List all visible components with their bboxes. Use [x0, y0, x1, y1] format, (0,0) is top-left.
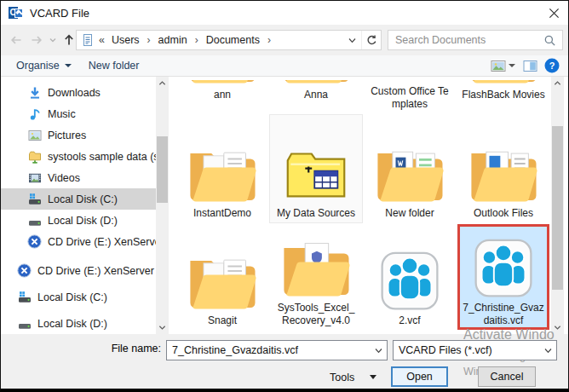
command-toolbar: Organise New folder ?: [1, 55, 568, 77]
file-label: 7_Christine_Gvazdaitis.vcf: [462, 302, 545, 327]
scroll-up-icon[interactable]: [156, 77, 169, 89]
file-tile-my-data-sources[interactable]: My Data Sources: [270, 115, 362, 222]
scrollbar-thumb[interactable]: [157, 136, 168, 203]
picture-icon: [27, 128, 42, 142]
file-label: FlashBack Movies: [462, 89, 544, 101]
folder-cert-icon: [279, 232, 353, 300]
close-icon: [549, 8, 560, 19]
preview-pane-button[interactable]: [520, 57, 539, 74]
drive-win-icon: [27, 192, 42, 206]
breadcrumb-separator-icon: ›: [262, 34, 277, 46]
file-tile-custom-office-templates[interactable]: Custom Office Templates: [364, 78, 456, 113]
new-folder-label: New folder: [89, 60, 140, 72]
sidebar-scrollbar[interactable]: [156, 77, 169, 334]
file-list-scrollbar[interactable]: [551, 77, 564, 334]
up-icon: [62, 33, 76, 47]
sidebar-item-music[interactable]: Music: [1, 103, 156, 124]
address-dropdown-button[interactable]: [342, 31, 361, 49]
open-button[interactable]: Open: [391, 366, 448, 387]
views-icon: [491, 60, 506, 72]
scroll-up-icon[interactable]: [551, 77, 564, 89]
file-tile-snagit[interactable]: Snagit: [176, 224, 268, 330]
sidebar-item-downloads[interactable]: Downloads: [1, 82, 156, 103]
folder-blue-icon: [466, 80, 541, 87]
chevron-down-icon: [49, 36, 57, 44]
file-tile-ann[interactable]: ann: [176, 78, 268, 113]
file-name-label: File name:: [101, 343, 161, 355]
sidebar-item-label: Downloads: [48, 87, 101, 99]
scroll-down-icon[interactable]: [156, 321, 169, 334]
sidebar-item-cd-drive-e-xenserver-t[interactable]: CD Drive (E:) XenServer T: [1, 231, 156, 252]
folder-plain-icon: [185, 137, 260, 205]
close-button[interactable]: [539, 2, 568, 24]
recent-locations-button[interactable]: [47, 30, 59, 50]
vcard-file-dialog: O VCARD File «Users›admin›Documents› Sea…: [0, 0, 569, 392]
file-label: My Data Sources: [277, 207, 355, 220]
folder-plain-icon: [185, 80, 260, 87]
breadcrumb-separator-icon: ›: [141, 34, 157, 46]
cancel-button[interactable]: Cancel: [478, 366, 536, 387]
file-name-input[interactable]: 7_Christine_Gvazdaitis.vcf: [166, 340, 388, 360]
refresh-icon: [365, 34, 378, 47]
folder-blue-icon: [466, 137, 541, 205]
sidebar-item-label: Videos: [48, 172, 80, 184]
chevron-down-icon: [509, 64, 515, 67]
breadcrumb-separator-icon: ›: [189, 34, 204, 46]
sidebar-item-local-disk-c[interactable]: Local Disk (C:): [1, 284, 156, 310]
search-placeholder: Search Documents: [388, 34, 543, 46]
file-tile-2-vcf[interactable]: 2.vcf: [364, 224, 456, 330]
organise-button[interactable]: Organise: [8, 55, 80, 76]
chevron-down-icon[interactable]: [539, 346, 556, 355]
search-box[interactable]: Search Documents: [388, 30, 563, 50]
help-button[interactable]: ?: [543, 57, 561, 74]
file-tile-7-christine-gvazdaitis-vcf[interactable]: 7_Christine_Gvazdaitis.vcf: [457, 224, 549, 330]
forward-button[interactable]: [26, 30, 47, 50]
folder-classic-icon: [280, 137, 352, 205]
file-type-value: VCARD Files (*.vcf): [394, 344, 539, 356]
sidebar-item-systools-sample-data-se[interactable]: systools sample data (se: [1, 146, 156, 167]
file-label: Anna: [304, 89, 328, 101]
title-bar: O VCARD File: [1, 1, 568, 25]
cd-icon: [27, 234, 42, 249]
scrollbar-thumb[interactable]: [552, 126, 563, 290]
back-button[interactable]: [6, 30, 26, 50]
search-icon: [543, 34, 556, 47]
sidebar-item-local-disk-d[interactable]: Local Disk (D:): [1, 310, 156, 334]
breadcrumb-segment[interactable]: admin: [157, 34, 189, 46]
folder-plain-icon: [185, 245, 260, 313]
file-label: Custom Office Templates: [368, 85, 451, 111]
file-tile-flashback-movies[interactable]: FlashBack Movies: [457, 78, 549, 113]
file-type-select[interactable]: VCARD Files (*.vcf): [393, 340, 557, 360]
address-bar[interactable]: «Users›admin›Documents›: [76, 30, 382, 50]
file-tile-anna[interactable]: Anna: [270, 78, 362, 113]
document-icon: [81, 33, 95, 47]
breadcrumb-segment[interactable]: Users: [110, 34, 141, 46]
new-folder-button[interactable]: New folder: [80, 55, 148, 76]
sidebar-item-label: Music: [48, 108, 76, 120]
chevron-down-icon[interactable]: [370, 346, 387, 355]
tools-button[interactable]: Tools: [323, 367, 383, 387]
sidebar-item-label: Local Disk (D:): [48, 215, 118, 227]
folder-word-icon: [372, 137, 447, 205]
file-label: ann: [214, 89, 231, 101]
sidebar-item-local-disk-d[interactable]: Local Disk (D:): [1, 210, 156, 231]
file-tile-instantdemo[interactable]: InstantDemo: [176, 115, 268, 222]
sidebar-item-pictures[interactable]: Pictures: [1, 124, 156, 146]
cd-icon: [17, 263, 32, 278]
file-tile-outlook-files[interactable]: Outlook Files: [457, 115, 549, 222]
scroll-down-icon[interactable]: [551, 321, 564, 334]
vcf-icon: [472, 232, 535, 300]
file-tile-systools-excel-recovery-v4-0[interactable]: SysTools_Excel_Recovery_v4.0: [270, 224, 362, 330]
sidebar-item-cd-drive-e-xenserver-to[interactable]: CD Drive (E:) XenServer To: [1, 257, 156, 284]
sidebar-item-videos[interactable]: Videos: [1, 167, 156, 188]
change-view-button[interactable]: [488, 57, 517, 74]
sidebar-item-local-disk-c[interactable]: Local Disk (C:): [1, 188, 156, 210]
breadcrumb-segment[interactable]: Documents: [204, 34, 262, 46]
navigation-pane: DownloadsMusicPicturessystools sample da…: [1, 77, 156, 334]
breadcrumb-prefix: «: [99, 34, 105, 46]
refresh-button[interactable]: [361, 31, 381, 49]
preview-pane-icon: [523, 60, 537, 72]
shared-folder-icon: [27, 149, 42, 164]
forward-icon: [30, 33, 43, 47]
file-tile-new-folder[interactable]: New folder: [364, 115, 456, 222]
